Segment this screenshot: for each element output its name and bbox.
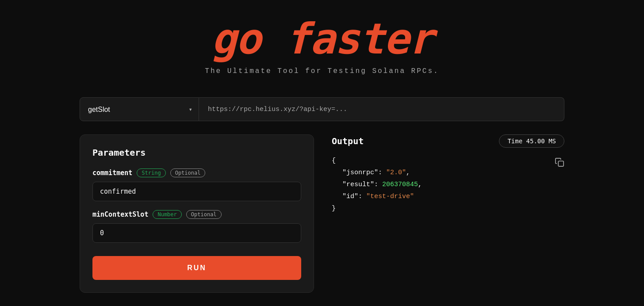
output-panel: Output Time 45.00 MS { "jsonrpc": "2.0",… xyxy=(332,134,564,293)
code-close-brace: } xyxy=(332,203,564,214)
param-label-row-commitment: commitment String Optional xyxy=(92,168,301,177)
output-code: { "jsonrpc": "2.0", "result": 206370845,… xyxy=(332,155,564,214)
copy-icon[interactable] xyxy=(555,157,564,169)
app-subtitle: The Ultimate Tool for Testing Solana RPC… xyxy=(0,67,644,75)
url-input[interactable] xyxy=(199,97,564,121)
code-jsonrpc-line: "jsonrpc": "2.0", xyxy=(332,167,564,179)
badge-number-mincontextslot: Number xyxy=(153,210,181,219)
badge-string-commitment: String xyxy=(137,168,165,177)
param-label-row-mincontextslot: minContextSlot Number Optional xyxy=(92,210,301,219)
output-header: Output Time 45.00 MS xyxy=(332,134,564,148)
code-id-line: "id": "test-drive" xyxy=(332,191,564,203)
app-title: go faster xyxy=(0,18,644,60)
parameters-title: Parameters xyxy=(92,147,301,158)
method-select[interactable]: getSlot getBalance getBlock getTransacti… xyxy=(80,98,199,121)
badge-optional-mincontextslot: Optional xyxy=(186,210,222,219)
parameters-panel: Parameters commitment String Optional mi… xyxy=(80,134,314,293)
code-result-line: "result": 206370845, xyxy=(332,179,564,191)
param-name-commitment: commitment xyxy=(92,169,132,177)
method-select-wrapper: getSlot getBalance getBlock getTransacti… xyxy=(80,97,199,121)
commitment-input[interactable] xyxy=(92,182,301,201)
controls-row: getSlot getBalance getBlock getTransacti… xyxy=(0,97,644,121)
param-row-mincontextslot: minContextSlot Number Optional xyxy=(92,210,301,243)
code-open-brace: { xyxy=(332,155,564,167)
time-badge: Time 45.00 MS xyxy=(499,134,564,148)
mincontextslot-input[interactable] xyxy=(92,223,301,243)
param-row-commitment: commitment String Optional xyxy=(92,168,301,201)
main-content: Parameters commitment String Optional mi… xyxy=(0,126,644,293)
badge-optional-commitment: Optional xyxy=(170,168,206,177)
output-title: Output xyxy=(332,136,364,146)
run-button[interactable]: RUN xyxy=(92,256,301,280)
param-name-mincontextslot: minContextSlot xyxy=(92,210,148,218)
header: go faster The Ultimate Tool for Testing … xyxy=(0,0,644,88)
svg-rect-0 xyxy=(558,161,564,166)
